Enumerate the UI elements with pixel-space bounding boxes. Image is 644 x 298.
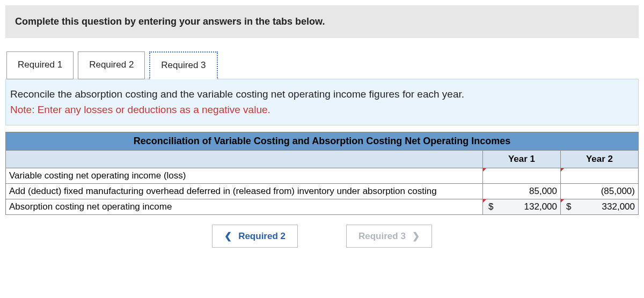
cell-y2-r3: $ 332,000 [561,199,639,215]
next-button-label: Required 3 [358,231,406,242]
nav-row: ❮ Required 2 Required 3 ❯ [5,225,639,248]
instruction-bar: Complete this question by entering your … [5,5,639,38]
input-marker-icon [483,168,486,172]
cell-y1-r3: $ 132,000 [483,199,561,215]
table-row: Add (deduct) fixed manufacturing overhea… [6,184,639,199]
cell-y2-r2[interactable]: (85,000) [561,184,639,199]
chevron-left-icon: ❮ [224,230,232,242]
instruction-text: Complete this question by entering your … [15,16,325,27]
input-marker-icon [561,168,564,172]
tab-label: Required 3 [161,60,206,70]
cell-y1-r1[interactable] [483,168,561,184]
instruction-line-1: Reconcile the absorption costing and the… [10,87,634,102]
cell-value: 85,000 [529,186,557,196]
prev-button[interactable]: ❮ Required 2 [212,225,298,248]
table-header-year1: Year 1 [483,151,561,168]
table-row: Variable costing net operating income (l… [6,168,639,184]
tab-label: Required 2 [89,59,134,70]
input-marker-icon [561,199,564,203]
tab-required-1[interactable]: Required 1 [6,51,74,79]
instruction-panel: Reconcile the absorption costing and the… [5,79,639,125]
instruction-note: Note: Enter any losses or deductions as … [10,102,634,118]
cell-y1-r2[interactable]: 85,000 [483,184,561,199]
cell-value: (85,000) [601,186,635,196]
reconciliation-table: Reconciliation of Variable Costing and A… [5,132,639,215]
table-header-blank [6,151,483,168]
tab-required-2[interactable]: Required 2 [78,51,145,79]
tab-required-3[interactable]: Required 3 [149,51,217,79]
chevron-right-icon: ❯ [412,230,420,242]
row-label: Absorption costing net operating income [6,199,483,215]
currency-symbol: $ [486,202,493,212]
input-marker-icon [483,199,486,203]
cell-value: 332,000 [602,202,635,212]
table-header-year2: Year 2 [561,151,639,168]
tabs-row: Required 1 Required 2 Required 3 [5,51,639,79]
currency-symbol: $ [564,202,571,212]
row-label: Add (deduct) fixed manufacturing overhea… [6,184,483,199]
prev-button-label: Required 2 [238,231,286,242]
cell-y2-r1[interactable] [561,168,639,184]
table-title: Reconciliation of Variable Costing and A… [6,132,639,151]
next-button[interactable]: Required 3 ❯ [346,225,432,248]
row-label: Variable costing net operating income (l… [6,168,483,184]
tab-label: Required 1 [18,59,62,70]
cell-value: 132,000 [524,202,557,212]
table-row: Absorption costing net operating income … [6,199,639,215]
